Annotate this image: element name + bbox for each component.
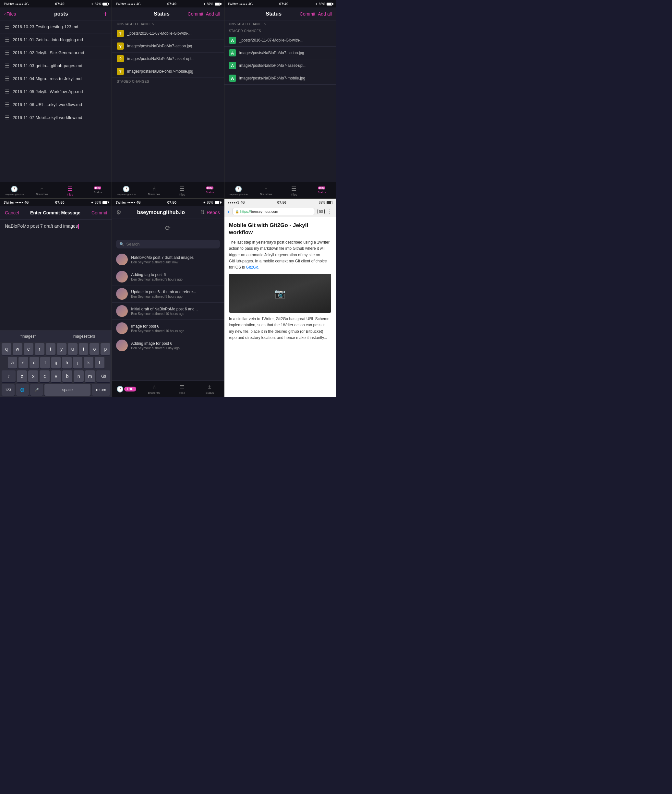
cancel-button[interactable]: Cancel — [5, 210, 19, 215]
change-item[interactable]: A images/posts/NaBloPoMo7-asset-upl... — [224, 59, 336, 72]
key-v[interactable]: v — [51, 370, 61, 382]
commit-button-3[interactable]: Commit — [300, 11, 315, 16]
commit-list-item[interactable]: Adding image for post 6 Ben Seymour auth… — [112, 337, 224, 354]
tab-branches[interactable]: ⑃ Branches — [28, 185, 56, 196]
suggestion-images[interactable]: "images" — [0, 333, 56, 340]
commit-list-item[interactable]: Adding tag to post 6 Ben Seymour authore… — [112, 268, 224, 285]
sort-icon[interactable]: ⇅ — [200, 209, 205, 215]
key-x[interactable]: x — [28, 370, 38, 382]
repos-button[interactable]: Repos — [206, 210, 219, 215]
key-numbers[interactable]: 123 — [2, 384, 14, 396]
key-q[interactable]: q — [2, 343, 11, 355]
list-item[interactable]: ☰ 2016-11-05-Jekyll...Workflow-App.md — [0, 85, 112, 98]
commit-button-2[interactable]: Commit — [188, 11, 203, 16]
search-input[interactable] — [126, 242, 216, 247]
change-item[interactable]: A _posts/2016-11-07-Mobile-Git-with-... — [224, 34, 336, 47]
tab-status-3[interactable]: Dirty Status — [308, 187, 336, 194]
tab-branches-3[interactable]: ⑃ Branches — [252, 185, 280, 196]
more-button[interactable]: ⋮ — [327, 208, 333, 215]
tab-status-1[interactable]: Dirty Status — [84, 187, 112, 194]
settings-icon[interactable]: ⚙ — [116, 209, 121, 216]
key-globe[interactable]: 🌐 — [16, 384, 29, 396]
commit-message-area[interactable]: NaBloPoMo post 7 draft and images — [0, 219, 112, 330]
key-i[interactable]: i — [79, 343, 88, 355]
key-t[interactable]: t — [46, 343, 56, 355]
tab-count[interactable]: 50 — [317, 209, 325, 214]
key-u[interactable]: u — [68, 343, 77, 355]
nav-bar-3: Status Commit Add all — [224, 8, 336, 21]
battery-icon-4 — [102, 201, 108, 204]
search-bar[interactable]: 🔍 — [116, 240, 219, 248]
key-l[interactable]: l — [95, 357, 104, 368]
change-item[interactable]: A images/posts/NaBloPoMo7-mobile.jpg — [224, 72, 336, 85]
tab-branches-2[interactable]: ⑃ Branches — [140, 185, 168, 196]
commit-list-item[interactable]: Initial draft of NaBloPoMo post 6 and...… — [112, 303, 224, 320]
key-h[interactable]: h — [62, 357, 72, 368]
key-y[interactable]: y — [57, 343, 67, 355]
key-k[interactable]: k — [84, 357, 93, 368]
key-c[interactable]: c — [40, 370, 50, 382]
key-s[interactable]: s — [19, 357, 28, 368]
change-item[interactable]: A images/posts/NaBloPoMo7-action.jpg — [224, 47, 336, 59]
key-o[interactable]: o — [90, 343, 99, 355]
key-p[interactable]: p — [101, 343, 110, 355]
tab-files-3[interactable]: ☰ Files — [280, 185, 308, 196]
suggestion-imagesetters[interactable]: imagesetters — [56, 333, 112, 340]
key-m[interactable]: m — [85, 370, 95, 382]
list-item[interactable]: ☰ 2016-11-03-gettin...-github-pages.md — [0, 59, 112, 72]
tab-branches-5[interactable]: ⑃ Branches — [140, 384, 168, 394]
browser-back-button[interactable]: ‹ — [228, 208, 230, 215]
battery-1: 87% — [95, 2, 101, 6]
key-b[interactable]: b — [62, 370, 72, 382]
battery-2: 87% — [207, 2, 213, 6]
key-n[interactable]: n — [74, 370, 84, 382]
git2go-link[interactable]: Git2Go. — [246, 265, 259, 269]
add-all-button-2[interactable]: Add all — [206, 11, 220, 16]
key-space[interactable]: space — [45, 384, 91, 396]
tab-history-3[interactable]: 🕐 bseymour.github.io — [224, 186, 252, 195]
list-item[interactable]: ☰ 2016-11-04-Migra...ress-to-Jekyll.md — [0, 72, 112, 85]
add-all-button-3[interactable]: Add all — [318, 11, 332, 16]
change-item[interactable]: ? images/posts/NaBloPoMo7-mobile.jpg — [112, 65, 224, 78]
key-g[interactable]: g — [51, 357, 61, 368]
tab-status-5[interactable]: ± Status — [196, 384, 224, 394]
tab-history-2[interactable]: 🕐 bseymour.github.io — [112, 186, 140, 195]
key-return[interactable]: return — [92, 384, 110, 396]
list-item[interactable]: ☰ 2016-11-02-Jekyll...Site-Generator.md — [0, 46, 112, 59]
key-d[interactable]: d — [29, 357, 39, 368]
commit-info: Adding tag to post 6 Ben Seymour authore… — [131, 272, 219, 281]
back-button-1[interactable]: ‹ Files — [4, 11, 16, 16]
commit-list-item[interactable]: NaBloPoMo post 7 draft and images Ben Se… — [112, 251, 224, 268]
commit-list-item[interactable]: Image for post 6 Ben Seymour authored 10… — [112, 320, 224, 337]
tab-files-5[interactable]: ☰ Files — [168, 384, 196, 395]
branches-icon-2: ⑃ — [152, 185, 156, 192]
list-item[interactable]: ☰ 2016-11-07-Mobil...ekyll-workflow.md — [0, 111, 112, 124]
commit-list-item[interactable]: Update to post 6 - thumb and refere... B… — [112, 285, 224, 303]
tab-status-2[interactable]: Dirty Status — [196, 187, 224, 194]
tab-history[interactable]: 🕐 bseymour.github.io — [0, 186, 28, 195]
change-item[interactable]: ? images/posts/NaBloPoMo7-asset-upl... — [112, 53, 224, 65]
key-r[interactable]: r — [35, 343, 45, 355]
change-item[interactable]: ? _posts/2016-11-07-Mobile-Git-with-... — [112, 27, 224, 40]
key-a[interactable]: a — [8, 357, 18, 368]
list-item[interactable]: ☰ 2016-10-23-Testing-testing-123.md — [0, 21, 112, 34]
key-mic[interactable]: 🎤 — [30, 384, 43, 396]
key-e[interactable]: e — [24, 343, 34, 355]
tab-history-5[interactable]: 🕐 1↑0↓ — [112, 386, 140, 393]
add-button-1[interactable]: + — [103, 10, 108, 18]
commit-submit-button[interactable]: Commit — [91, 210, 107, 215]
key-z[interactable]: z — [17, 370, 27, 382]
key-backspace[interactable]: ⌫ — [96, 370, 110, 382]
change-item[interactable]: ? images/posts/NaBloPoMo7-action.jpg — [112, 40, 224, 53]
key-f[interactable]: f — [40, 357, 50, 368]
key-j[interactable]: j — [73, 357, 83, 368]
key-shift[interactable]: ⇧ — [2, 370, 16, 382]
list-item[interactable]: ☰ 2016-11-06-URL-...ekyll-workflow.md — [0, 98, 112, 111]
keyboard-area: q w e r t y u i o p a s d f g h j k l ⇧ … — [0, 342, 112, 397]
tab-files-2[interactable]: ☰ Files — [168, 185, 196, 196]
commit-nav-title: Enter Commit Message — [30, 210, 80, 215]
url-bar[interactable]: 🔒 https://benseymour.com — [232, 208, 315, 215]
key-w[interactable]: w — [13, 343, 22, 355]
tab-files[interactable]: ☰ Files — [56, 185, 84, 196]
list-item[interactable]: ☰ 2016-11-01-Gettin...-into-blogging.md — [0, 34, 112, 46]
